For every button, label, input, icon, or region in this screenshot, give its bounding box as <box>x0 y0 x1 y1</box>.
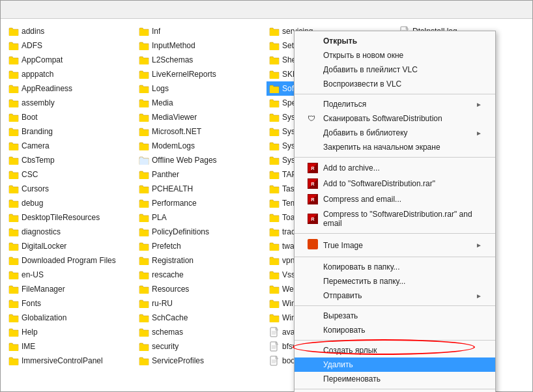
list-item[interactable]: InputMethod <box>136 38 266 53</box>
list-item[interactable]: Offline Web Pages <box>136 153 266 167</box>
list-item[interactable]: DigitalLocker <box>6 239 136 253</box>
folder-icon <box>139 270 149 279</box>
item-label: Fonts <box>22 299 41 308</box>
folder-icon <box>269 55 280 64</box>
list-item[interactable]: AppReadiness <box>6 81 136 96</box>
context-menu-item[interactable]: Закрепить на начальном экране <box>295 140 495 154</box>
breadcrumb-bar <box>1 1 532 19</box>
list-item[interactable]: FileManager <box>6 282 136 296</box>
context-menu-separator <box>295 94 495 94</box>
list-item[interactable]: Globalization <box>6 311 136 325</box>
context-menu-item[interactable]: Копировать <box>295 323 495 337</box>
list-item[interactable]: PolicyDefinitions <box>136 225 266 239</box>
context-menu-item[interactable]: Отправить► <box>295 288 495 303</box>
list-item[interactable]: IME <box>6 339 136 354</box>
list-item[interactable]: security <box>136 339 266 354</box>
list-item[interactable]: Inf <box>136 24 266 38</box>
menu-item-label: Копировать в папку... <box>323 262 482 272</box>
folder-icon <box>139 313 149 322</box>
context-menu-item[interactable]: 🛡Сканировать SoftwareDistribution <box>295 111 495 126</box>
list-item[interactable]: Media <box>136 96 266 110</box>
folder-icon <box>8 299 19 308</box>
context-menu-item[interactable]: Добавить в библиотеку► <box>295 126 495 140</box>
list-item[interactable]: rescache <box>136 268 266 282</box>
folder-icon <box>139 328 149 337</box>
list-item[interactable]: AppCompat <box>6 53 136 67</box>
folder-icon <box>139 213 149 222</box>
list-item[interactable]: ADFS <box>6 38 136 53</box>
folder-icon <box>8 113 19 122</box>
list-item[interactable]: Resources <box>136 282 266 296</box>
list-item[interactable]: Performance <box>136 196 266 210</box>
file-icon <box>269 341 280 352</box>
rar-icon: R <box>308 194 318 204</box>
list-item[interactable]: PLA <box>136 210 266 225</box>
context-menu-item[interactable]: Воспроизвести в VLC <box>295 77 495 91</box>
list-item[interactable]: diagnostics <box>6 225 136 239</box>
list-item[interactable]: assembly <box>6 96 136 110</box>
list-item[interactable]: MediaViewer <box>136 110 266 124</box>
list-item[interactable]: Fonts <box>6 296 136 311</box>
item-label: ServiceProfiles <box>152 356 204 365</box>
list-item[interactable]: Boot <box>6 110 136 124</box>
item-label: Logs <box>152 84 169 93</box>
folder-icon <box>139 113 149 122</box>
item-label: Vss <box>282 270 295 279</box>
list-item[interactable]: Prefetch <box>136 239 266 253</box>
list-item[interactable]: en-US <box>6 268 136 282</box>
folder-icon <box>8 70 19 79</box>
list-item[interactable]: Microsoft.NET <box>136 124 266 139</box>
list-item[interactable]: Help <box>6 325 136 339</box>
item-label: ADFS <box>22 41 42 50</box>
folder-icon <box>8 27 19 36</box>
list-item[interactable]: Downloaded Program Files <box>6 253 136 268</box>
item-label: DigitalLocker <box>22 242 66 251</box>
list-item[interactable]: schemas <box>136 325 266 339</box>
context-menu-item[interactable]: RAdd to "SoftwareDistribution.rar" <box>295 176 495 191</box>
context-menu-item[interactable]: Добавить в плейлист VLC <box>295 63 495 77</box>
folder-icon <box>269 270 280 279</box>
menu-item-label: Поделиться <box>323 100 476 109</box>
list-item[interactable]: Registration <box>136 253 266 268</box>
list-item[interactable]: addins <box>6 24 136 38</box>
list-item[interactable]: Cursors <box>6 182 136 196</box>
list-item[interactable]: L2Schemas <box>136 53 266 67</box>
item-label: SchCache <box>152 313 188 322</box>
item-label: Inf <box>152 27 160 36</box>
context-menu-item[interactable]: RCompress to "SoftwareDistribution.rar" … <box>295 207 495 231</box>
folder-icon <box>8 270 19 279</box>
list-item[interactable]: debug <box>6 196 136 210</box>
folder-icon <box>8 256 19 265</box>
list-item[interactable]: ServiceProfiles <box>136 354 266 368</box>
context-menu-item[interactable]: RAdd to archive... <box>295 160 495 176</box>
list-item[interactable]: SchCache <box>136 311 266 325</box>
context-menu-item[interactable]: Создать ярлык <box>295 343 495 357</box>
folder-icon <box>139 227 149 236</box>
list-item[interactable]: ru-RU <box>136 296 266 311</box>
context-menu-item[interactable]: Открыть <box>295 34 495 48</box>
list-item[interactable]: CSC <box>6 167 136 182</box>
context-menu-item[interactable]: Переименовать <box>295 372 495 386</box>
context-menu-item[interactable]: True Image► <box>295 236 495 254</box>
list-item[interactable]: Camera <box>6 139 136 153</box>
folder-icon <box>8 242 19 251</box>
context-menu-item[interactable]: Переместить в папку... <box>295 274 495 288</box>
list-item[interactable]: apppatch <box>6 67 136 81</box>
item-label: Branding <box>22 127 53 136</box>
list-item[interactable]: LiveKernelReports <box>136 67 266 81</box>
context-menu-item[interactable]: Открыть в новом окне <box>295 48 495 63</box>
list-item[interactable]: ImmersiveControlPanel <box>6 354 136 368</box>
list-item[interactable]: PCHEALTH <box>136 182 266 196</box>
list-item[interactable]: Branding <box>6 124 136 139</box>
list-item[interactable]: CbsTemp <box>6 153 136 167</box>
list-item[interactable]: ModemLogs <box>136 139 266 153</box>
list-item[interactable]: Logs <box>136 81 266 96</box>
context-menu-item[interactable]: Копировать в папку... <box>295 260 495 274</box>
context-menu-item[interactable]: Вырезать <box>295 309 495 323</box>
context-menu-item[interactable]: RCompress and email... <box>295 191 495 207</box>
folder-icon <box>139 356 149 365</box>
context-menu-item[interactable]: Поделиться► <box>295 97 495 111</box>
list-item[interactable]: Panther <box>136 167 266 182</box>
context-menu-item[interactable]: Удалить <box>295 357 495 372</box>
list-item[interactable]: DesktopTileResources <box>6 210 136 225</box>
